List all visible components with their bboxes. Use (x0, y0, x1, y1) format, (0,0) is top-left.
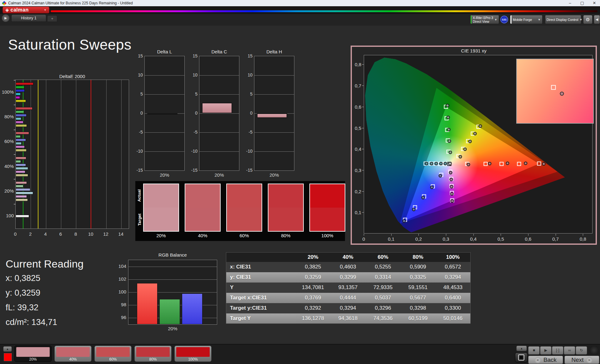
stop-icon (518, 354, 524, 361)
y-tick-label: 0,6 (352, 104, 361, 110)
add-tab-button[interactable]: + (47, 15, 57, 22)
x-tick-label: 14 (115, 231, 127, 237)
table-cell: 94,3618 (331, 313, 366, 324)
yellow-measured-marker (473, 132, 477, 135)
next-button[interactable]: Next » (564, 356, 599, 364)
loop-button[interactable]: ↻ (576, 346, 587, 355)
group-label: 100 (0, 213, 14, 218)
settings-button[interactable]: ⚙ (583, 15, 592, 24)
y-tick-label: -15 (189, 168, 198, 173)
source-dropdown[interactable]: Mobile Forge ▼ (510, 15, 542, 24)
deltae-bar (16, 145, 25, 148)
x-tick-label: 10 (84, 231, 97, 237)
continuous-measure-button[interactable]: ∞ (564, 346, 575, 355)
cyan-measured-marker (434, 162, 438, 165)
expand-transport-button[interactable]: ▲ (516, 346, 527, 351)
gridline (199, 75, 239, 76)
patch-button-100%[interactable]: 100% (174, 346, 212, 362)
group-tick (14, 105, 16, 105)
y-tick-label: 15 (244, 53, 252, 58)
blue-measured-marker (402, 219, 406, 223)
maximize-button[interactable]: ▢ (577, 0, 588, 6)
yellow-measured-marker (458, 155, 462, 158)
table-cell: 0,3294 (436, 272, 471, 283)
y-tick-label: 104 (117, 263, 126, 269)
deltae-bar (16, 157, 26, 160)
y-tick-label: 0 (244, 111, 252, 116)
delta-bar (202, 103, 232, 113)
reference-line-10 (91, 80, 91, 229)
patch-button-80%[interactable]: 80% (134, 346, 172, 362)
x-tick-label: 0,1 (385, 236, 398, 242)
meter-dropdown[interactable]: X-Rite i1Pro 3 Direct View ▼ (470, 15, 499, 24)
table-row: x: CIE310,38250,46030,52550,59090,6572 (226, 262, 471, 272)
patch-button-60%[interactable]: 60% (94, 346, 132, 362)
red-target-marker (517, 162, 521, 166)
table-header-60%: 60% (366, 253, 401, 262)
table-cell: 0,3325 (401, 272, 436, 283)
y-tick-label: 98 (117, 302, 126, 307)
cie-chart-title: CIE 1931 xy (351, 48, 597, 53)
y-tick-label: 102 (117, 276, 126, 282)
red-target-marker (500, 162, 504, 166)
close-button[interactable]: ✕ (589, 0, 600, 6)
sidebar-expander-button[interactable]: ▶ (2, 14, 9, 22)
green-measured-marker (446, 104, 449, 107)
deltae-bar (16, 160, 21, 163)
gridline (145, 151, 184, 152)
table-row: Y134,708193,135772,933559,155148,4533 (226, 283, 471, 293)
next-button-label: Next (571, 357, 583, 363)
deltae-bar (16, 82, 33, 85)
x-tick-label: 0 (9, 231, 22, 237)
magenta-measured-marker (450, 178, 453, 181)
deltae-bar (16, 124, 27, 127)
gridline (254, 132, 294, 133)
delta_l-chart (144, 56, 185, 171)
patch-label: 80% (135, 357, 171, 362)
meter-count-badge[interactable]: 646 (500, 16, 508, 23)
chevron-up-icon: ▲ (6, 347, 9, 351)
table-cell: 0,5677 (401, 293, 436, 303)
magenta-measured-marker (450, 192, 454, 195)
x-tick-label: 6 (54, 231, 67, 237)
app-header: ◈ calman ▼ (0, 6, 600, 14)
collapse-panel-button[interactable]: ◀ (594, 15, 600, 24)
group-label: 100% (0, 89, 14, 95)
stop-button[interactable]: ■ (528, 346, 540, 355)
minimize-button[interactable]: – (564, 0, 576, 6)
deltae2000-chart-title: DeltaE 2000 (15, 74, 129, 79)
play-icon: ▶ (544, 348, 547, 352)
display-control-dropdown[interactable]: Direct Display Control ▼ (545, 15, 581, 24)
single-measure-button[interactable]: [·] (552, 346, 563, 355)
window-titlebar: Calman 2024 Calman Ultimate for Business… (0, 0, 600, 6)
table-cell: 0,3294 (331, 303, 366, 313)
stop-measuring-button[interactable] (515, 352, 528, 362)
table-cell: 48,4533 (436, 283, 471, 293)
y-tick-label: 10 (134, 72, 143, 77)
window-title: Calman 2024 Calman Ultimate for Business… (8, 1, 133, 5)
chevron-left-icon: « (535, 357, 541, 363)
deltae-bar (16, 174, 28, 177)
swatch-40% (185, 184, 221, 232)
calman-menu-button[interactable]: ◈ calman ▼ (2, 7, 49, 13)
y-tick-label: -10 (189, 149, 198, 154)
play-button[interactable]: ▶ (540, 346, 552, 355)
row-label: Target Y (226, 313, 296, 324)
back-button[interactable]: « Back (528, 356, 563, 364)
y-tick-label: 0,8 (352, 62, 361, 67)
y-tick-label: -10 (244, 149, 252, 154)
patch-button-20%[interactable]: 20% (14, 346, 52, 362)
group-tick (14, 179, 16, 180)
swatch-80% (268, 184, 304, 232)
table-cell: 0,3769 (296, 293, 331, 303)
patch-button-40%[interactable]: 40% (54, 346, 92, 362)
table-row: Target x:CIE310,37690,44440,50370,56770,… (226, 293, 471, 303)
expand-patch-panel-button[interactable]: ▲ (3, 346, 12, 352)
actual-color (144, 184, 178, 208)
gridline (31, 80, 31, 229)
cyan-measured-marker (425, 162, 428, 165)
patch-label: 100% (175, 357, 211, 362)
gridline (199, 113, 239, 114)
tab-history-1[interactable]: History 1 (11, 14, 46, 22)
deltae-bar (16, 121, 23, 124)
